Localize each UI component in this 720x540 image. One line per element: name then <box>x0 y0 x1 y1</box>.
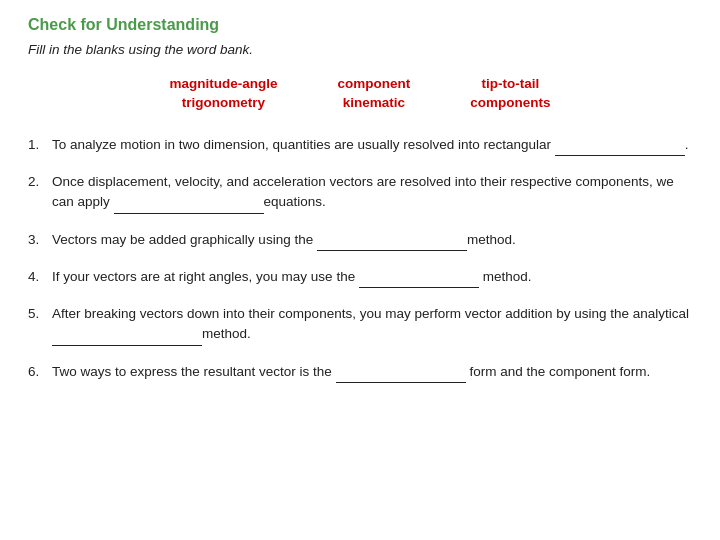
question-text: Vectors may be added graphically using t… <box>52 230 692 251</box>
question-number: 1. <box>28 135 52 156</box>
blank[interactable] <box>114 192 264 213</box>
blank[interactable] <box>336 362 466 383</box>
word-bank-label: component <box>338 76 411 91</box>
blank[interactable] <box>555 135 685 156</box>
question-item: 4. If your vectors are at right angles, … <box>28 267 692 288</box>
question-text: Two ways to express the resultant vector… <box>52 362 692 383</box>
questions-list: 1. To analyze motion in two dimension, q… <box>28 135 692 383</box>
word-bank-item-2: component kinematic <box>338 75 411 113</box>
question-item: 5. After breaking vectors down into thei… <box>28 304 692 346</box>
word-bank-item-1: magnitude-angle trigonometry <box>169 75 277 113</box>
subtitle: Fill in the blanks using the word bank. <box>28 42 692 57</box>
question-number: 3. <box>28 230 52 251</box>
word-bank-item-3: tip-to-tail components <box>470 75 550 113</box>
blank[interactable] <box>359 267 479 288</box>
word-bank-label: tip-to-tail <box>482 76 540 91</box>
blank[interactable] <box>317 230 467 251</box>
question-number: 2. <box>28 172 52 214</box>
word-bank-label: kinematic <box>343 95 405 110</box>
page-title: Check for Understanding <box>28 16 692 34</box>
word-bank: magnitude-angle trigonometry component k… <box>28 75 692 113</box>
question-number: 6. <box>28 362 52 383</box>
word-bank-label: components <box>470 95 550 110</box>
question-number: 5. <box>28 304 52 346</box>
question-item: 2. Once displacement, velocity, and acce… <box>28 172 692 214</box>
blank[interactable] <box>52 324 202 345</box>
question-text: If your vectors are at right angles, you… <box>52 267 692 288</box>
question-text: To analyze motion in two dimension, quan… <box>52 135 692 156</box>
question-item: 1. To analyze motion in two dimension, q… <box>28 135 692 156</box>
word-bank-label: trigonometry <box>182 95 265 110</box>
question-text: Once displacement, velocity, and acceler… <box>52 172 692 214</box>
word-bank-label: magnitude-angle <box>169 76 277 91</box>
question-item: 6. Two ways to express the resultant vec… <box>28 362 692 383</box>
question-text: After breaking vectors down into their c… <box>52 304 692 346</box>
question-item: 3. Vectors may be added graphically usin… <box>28 230 692 251</box>
question-number: 4. <box>28 267 52 288</box>
